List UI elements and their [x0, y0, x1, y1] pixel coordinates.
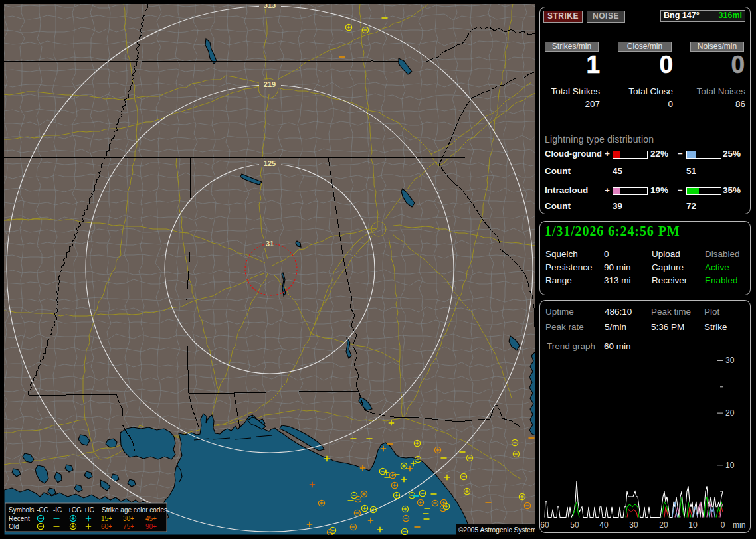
svg-text:min: min [733, 520, 745, 530]
svg-text:-IC: -IC [53, 506, 62, 514]
svg-text:20: 20 [659, 520, 668, 530]
svg-text:10: 10 [725, 461, 735, 470]
svg-text:+IC: +IC [84, 506, 94, 514]
svg-text:Strike age color codes: Strike age color codes [102, 506, 167, 514]
svg-text:60+: 60+ [101, 523, 112, 530]
svg-text:-CG: -CG [37, 506, 49, 514]
svg-text:30: 30 [629, 520, 638, 530]
svg-text:45+: 45+ [145, 515, 157, 522]
svg-text:30+: 30+ [123, 515, 134, 522]
svg-text:©2005 Astrogenic Systems: ©2005 Astrogenic Systems [458, 526, 535, 534]
svg-text:Recent: Recent [9, 515, 30, 522]
svg-text:15+: 15+ [101, 515, 112, 522]
svg-text:75+: 75+ [123, 523, 134, 530]
svg-text:Symbols: Symbols [9, 506, 34, 514]
svg-text:50: 50 [570, 520, 579, 530]
svg-text:31: 31 [266, 240, 274, 248]
svg-text:20: 20 [725, 408, 735, 418]
svg-text:60: 60 [540, 520, 549, 530]
svg-text:40: 40 [599, 520, 609, 530]
svg-text:+CG: +CG [68, 506, 82, 514]
svg-text:125: 125 [264, 159, 276, 167]
svg-text:Old: Old [9, 523, 19, 530]
svg-text:219: 219 [264, 80, 276, 88]
svg-text:30: 30 [725, 356, 735, 365]
svg-text:0: 0 [721, 520, 725, 530]
svg-text:10: 10 [688, 520, 698, 530]
svg-text:90+: 90+ [145, 523, 157, 530]
svg-text:313: 313 [264, 4, 276, 9]
